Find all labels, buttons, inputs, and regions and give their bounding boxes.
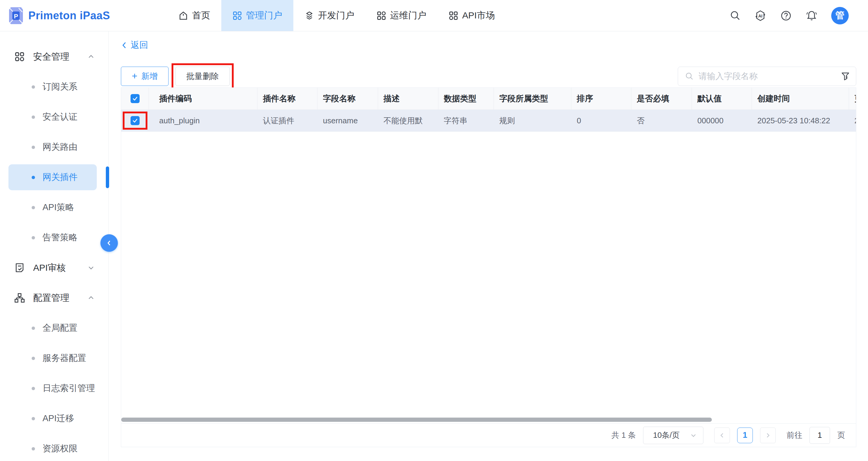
tab-api-market[interactable]: API市场 [437, 0, 506, 31]
field-search-box [678, 67, 856, 86]
sidebar-item-gateway-routes[interactable]: 网关路由 [0, 132, 108, 162]
bullet-icon [32, 327, 35, 330]
sidebar-item-label: 服务器配置 [42, 352, 86, 364]
sidebar-group-security[interactable]: 安全管理 [0, 41, 108, 72]
sidebar-item-global-config[interactable]: 全局配置 [0, 313, 108, 343]
cell-default-value: 000000 [692, 110, 752, 131]
column-header[interactable]: 数据类型 [438, 88, 494, 110]
ai-assistant-icon[interactable]: AI [754, 9, 767, 22]
bullet-icon [32, 236, 35, 239]
brand[interactable]: P Primeton iPaaS [9, 7, 110, 24]
sidebar-item-label: 网关路由 [42, 141, 78, 153]
tab-label: 首页 [192, 9, 210, 22]
doc-check-icon [14, 263, 25, 273]
tab-dev-portal[interactable]: 开发门户 [293, 0, 365, 31]
select-all-checkbox[interactable] [130, 94, 140, 103]
sidebar-item-label: 网关插件 [42, 171, 78, 183]
sidebar-group-api-review[interactable]: API审核 [0, 253, 108, 283]
collapse-left-icon [105, 239, 113, 247]
bullet-icon [32, 206, 35, 209]
tab-label: 运维门户 [390, 9, 426, 22]
sidebar-item-label: 订阅关系 [42, 81, 78, 93]
sidebar-item-security-auth[interactable]: 安全认证 [0, 102, 108, 132]
sidebar-item-alert-policy[interactable]: 告警策略 [0, 222, 108, 253]
cell-description: 不能使用默 [378, 110, 438, 131]
table-row[interactable]: auth_plugin 认证插件 username 不能使用默 字符串 规则 0… [121, 110, 856, 132]
sidebar-item-subscriptions[interactable]: 订阅关系 [0, 72, 108, 102]
column-header[interactable]: 字段所属类型 [494, 88, 571, 110]
batch-delete-button[interactable]: 批量删除 [176, 67, 230, 86]
chevron-up-icon [87, 53, 95, 61]
column-header[interactable]: 插件名称 [257, 88, 317, 110]
annotation-box-batch-delete: 批量删除 [172, 63, 234, 89]
tab-label: 管理门户 [246, 9, 282, 22]
cell-created-time: 2025-05-23 10:48:22 [752, 110, 849, 131]
column-header[interactable]: 插件编码 [149, 88, 257, 110]
grid-icon [448, 11, 458, 21]
bullet-icon [32, 387, 35, 390]
plus-icon: + [132, 71, 137, 81]
sidebar-item-api-policy[interactable]: API策略 [0, 192, 108, 222]
bullet-icon [32, 357, 35, 360]
sidebar-collapse-button[interactable] [100, 234, 118, 252]
sidebar-group-label: 安全管理 [33, 51, 69, 63]
home-icon [179, 11, 188, 21]
next-arrow-icon [765, 432, 771, 439]
column-header[interactable]: 描述 [378, 88, 438, 110]
brand-logo-icon: P [9, 7, 23, 24]
main-content: 返回 + 新增 批量删除 [109, 31, 868, 461]
sidebar: 安全管理 订阅关系 安全认证 网关路由 网关插件 API策略 [0, 31, 108, 461]
top-nav: 首页 管理门户 开发门户 [167, 0, 506, 31]
cell-sort-order: 0 [571, 110, 631, 131]
tab-home[interactable]: 首页 [167, 0, 221, 31]
goto-page-input[interactable] [809, 427, 830, 444]
sidebar-item-label: 安全认证 [42, 111, 78, 123]
sidebar-group-config[interactable]: 配置管理 [0, 283, 108, 313]
sidebar-item-log-index[interactable]: 日志索引管理 [0, 373, 108, 403]
pagination: 共 1 条 10条/页 1 [121, 424, 856, 447]
table-card: 插件编码 插件名称 字段名称 描述 数据类型 字段所属类型 排序 是否必填 默认… [121, 87, 856, 447]
back-label: 返回 [130, 39, 148, 51]
cell-updated-time: 2 [849, 110, 856, 131]
page-1-button[interactable]: 1 [737, 428, 753, 443]
horizontal-scrollbar[interactable] [121, 418, 856, 422]
filter-funnel-icon[interactable] [841, 72, 850, 81]
app-root: P Primeton iPaaS 首页 [0, 0, 868, 461]
search-icon[interactable] [729, 10, 741, 22]
row-checkbox[interactable] [130, 116, 140, 125]
cell-field-category: 规则 [494, 110, 571, 131]
search-input[interactable] [699, 71, 836, 81]
table-header-row: 插件编码 插件名称 字段名称 描述 数据类型 字段所属类型 排序 是否必填 默认… [121, 88, 856, 110]
active-item-indicator [106, 166, 109, 188]
sidebar-item-resource-permissions[interactable]: 资源权限 [0, 434, 108, 461]
sidebar-item-label: 全局配置 [42, 322, 78, 334]
back-link[interactable]: 返回 [121, 39, 148, 51]
sidebar-item-label: API迁移 [42, 412, 74, 425]
notifications-bell-icon[interactable] [805, 9, 818, 22]
column-header[interactable]: 创建时间 [752, 88, 849, 110]
svg-text:P: P [14, 13, 18, 20]
column-header[interactable]: 是否必填 [631, 88, 692, 110]
tab-ops-portal[interactable]: 运维门户 [365, 0, 437, 31]
total-count: 共 1 条 [612, 430, 636, 440]
add-button[interactable]: + 新增 [121, 67, 168, 86]
avatar[interactable]: 管 [831, 7, 849, 24]
sidebar-item-server-config[interactable]: 服务器配置 [0, 343, 108, 373]
help-icon[interactable] [780, 10, 792, 22]
bullet-icon [32, 116, 35, 119]
column-header[interactable]: 字段名称 [317, 88, 378, 110]
tab-management-portal[interactable]: 管理门户 [221, 0, 293, 31]
sidebar-item-gateway-plugins[interactable]: 网关插件 [0, 162, 108, 192]
bullet-icon [32, 146, 35, 149]
column-header[interactable]: 排序 [571, 88, 631, 110]
prev-page-button[interactable] [714, 428, 730, 443]
column-header[interactable]: 更新时间 [849, 88, 856, 110]
next-page-button[interactable] [760, 428, 776, 443]
column-header[interactable]: 默认值 [692, 88, 752, 110]
page-size-select[interactable]: 10条/页 [643, 427, 703, 444]
back-chevron-icon [121, 41, 127, 50]
sidebar-item-api-migration[interactable]: API迁移 [0, 403, 108, 434]
topbar: P Primeton iPaaS 首页 [0, 0, 868, 31]
scrollbar-thumb[interactable] [121, 418, 712, 422]
page-buttons: 1 [714, 428, 776, 443]
